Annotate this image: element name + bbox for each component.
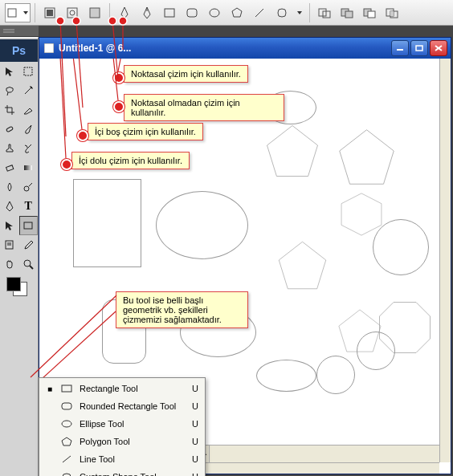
wand-tool[interactable] (19, 81, 39, 100)
drawn-ellipse (156, 191, 248, 259)
ellipse-shape-icon[interactable] (204, 3, 225, 22)
drawn-circle (357, 332, 395, 370)
svg-point-9 (210, 9, 219, 17)
type-tool[interactable]: T (19, 197, 39, 216)
flyout-label: Ellipse Tool (80, 419, 181, 429)
foreground-color-swatch[interactable] (6, 277, 21, 291)
color-swatches[interactable] (0, 274, 38, 298)
line-icon (60, 454, 73, 464)
combine-intersect-icon[interactable] (382, 3, 402, 22)
annotation-callout: İçi boş çizim için kullanılır. (88, 123, 203, 140)
svg-marker-12 (297, 11, 302, 14)
checkmark-icon: ■ (46, 384, 54, 393)
separator (35, 3, 35, 22)
slice-tool[interactable] (19, 100, 39, 120)
notes-tool[interactable] (0, 235, 19, 254)
polygon-icon (60, 437, 73, 446)
zoom-tool[interactable] (19, 254, 39, 274)
flyout-item-ellipse[interactable]: Ellipse Tool U (39, 415, 205, 433)
flyout-item-rounded-rect[interactable]: Rounded Rectangle Tool U (39, 397, 205, 415)
history-brush-tool[interactable] (19, 139, 39, 158)
combine-add-icon[interactable] (337, 3, 357, 22)
flyout-shortcut: U (187, 454, 198, 464)
rounded-rect-icon (60, 401, 73, 411)
eraser-tool[interactable] (0, 158, 19, 177)
custom-shape-icon[interactable] (271, 3, 292, 22)
window-title: Untitled-1 @ 6... (59, 43, 391, 54)
pen-icon[interactable] (114, 3, 135, 22)
rectangle-icon (60, 384, 73, 393)
svg-rect-21 (390, 11, 394, 16)
marquee-tool[interactable] (19, 62, 39, 81)
titlebar[interactable]: Untitled-1 @ 6... (39, 38, 451, 59)
minimize-button[interactable] (391, 40, 409, 56)
svg-rect-6 (90, 8, 100, 18)
ps-logo[interactable]: Ps (0, 39, 38, 62)
svg-rect-30 (24, 222, 32, 229)
flyout-item-custom-shape[interactable]: Custom Shape Tool U (39, 468, 205, 476)
svg-rect-25 (6, 126, 13, 132)
rectangle-shape-icon[interactable] (159, 3, 180, 22)
stamp-tool[interactable] (0, 139, 19, 158)
rounded-rect-icon[interactable] (182, 3, 202, 22)
pen-tool[interactable] (0, 197, 19, 216)
close-button[interactable] (430, 40, 447, 56)
svg-rect-36 (44, 43, 54, 53)
vertical-scrollbar[interactable] (439, 59, 451, 462)
freeform-pen-icon[interactable] (137, 3, 157, 22)
annotation-callout: Bu tool ise belli başlı geometrik vb. şe… (116, 291, 248, 328)
flyout-item-polygon[interactable]: Polygon Tool U (39, 433, 205, 450)
flyout-label: Custom Shape Tool (80, 472, 181, 476)
grip-icon (3, 27, 14, 35)
svg-marker-43 (341, 193, 382, 235)
polygon-shape-icon[interactable] (226, 3, 247, 22)
crop-tool[interactable] (0, 100, 19, 120)
svg-rect-26 (6, 165, 13, 171)
maximize-button[interactable] (410, 40, 428, 56)
annotation-callout: İçi dolu çizim için kullanılır. (71, 152, 190, 169)
svg-rect-27 (24, 165, 32, 170)
svg-line-56 (63, 456, 71, 462)
svg-marker-1 (23, 11, 28, 14)
palette-header[interactable] (0, 26, 39, 37)
hand-tool[interactable] (0, 254, 19, 274)
svg-rect-18 (368, 11, 375, 18)
brush-tool[interactable] (19, 120, 39, 139)
eyedropper-tool[interactable] (19, 235, 39, 254)
shape-tool[interactable] (19, 216, 39, 235)
separator (309, 3, 310, 22)
svg-rect-8 (187, 9, 197, 17)
svg-marker-42 (340, 130, 394, 185)
lasso-tool[interactable] (0, 81, 19, 100)
healing-tool[interactable] (0, 120, 19, 139)
doc-icon (43, 42, 55, 55)
svg-marker-44 (279, 242, 326, 289)
svg-point-5 (70, 10, 75, 15)
flyout-shortcut: U (187, 384, 198, 393)
move-tool[interactable] (0, 62, 19, 81)
svg-marker-10 (232, 8, 242, 17)
blur-tool[interactable] (0, 177, 19, 197)
svg-point-54 (62, 421, 71, 427)
paths-icon[interactable] (62, 3, 83, 22)
dodge-tool[interactable] (19, 177, 39, 197)
fill-pixels-icon[interactable] (84, 3, 105, 22)
separator (109, 3, 110, 22)
flyout-item-line[interactable]: Line Tool U (39, 450, 205, 468)
annotation-callout: Noktasal çizim için kullanılır. (124, 65, 248, 83)
svg-line-35 (30, 266, 33, 269)
flyout-shortcut: U (187, 437, 198, 446)
flyout-label: Polygon Tool (80, 437, 181, 446)
combine-subtract-icon[interactable] (359, 3, 380, 22)
shape-options-dropdown-icon[interactable] (294, 3, 305, 22)
line-shape-icon[interactable] (249, 3, 270, 22)
gradient-tool[interactable] (19, 158, 39, 177)
options-bar (0, 0, 453, 26)
shape-preset-dropdown[interactable] (5, 3, 31, 22)
shape-layers-icon[interactable] (39, 3, 60, 22)
tool-palette: Ps T (0, 37, 39, 476)
drawn-pentagon (264, 123, 320, 179)
flyout-item-rectangle[interactable]: ■ Rectangle Tool U (39, 380, 205, 397)
combine-new-icon[interactable] (314, 3, 335, 22)
path-select-tool[interactable] (0, 216, 19, 235)
